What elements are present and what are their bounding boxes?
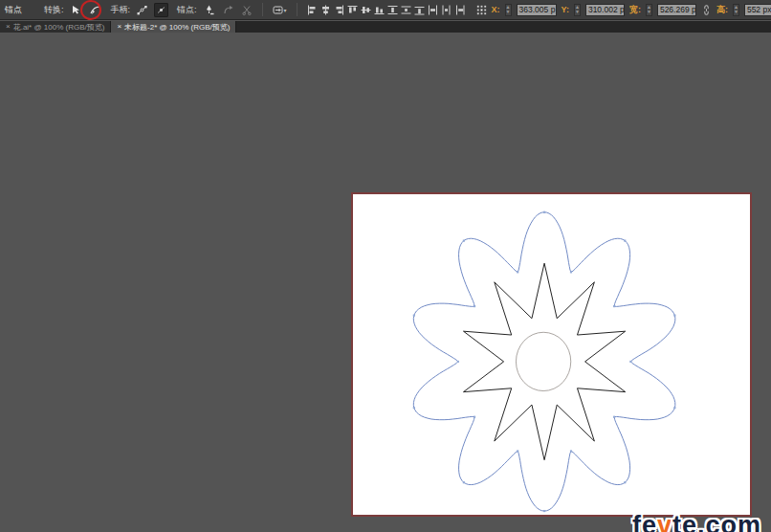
anchor-point[interactable] (543, 211, 545, 213)
distribute-v-center-icon[interactable] (401, 5, 411, 15)
watermark-text: fe (632, 511, 657, 532)
align-left-icon[interactable] (307, 5, 318, 15)
remove-anchor-button[interactable] (202, 3, 216, 17)
connect-path-icon (223, 5, 233, 15)
height-stepper[interactable]: ▲▼ (733, 4, 739, 16)
handles-label: 手柄: (111, 4, 131, 16)
watermark-text: te.com (672, 511, 761, 532)
distribute-right-icon[interactable] (454, 5, 465, 15)
distribute-left-icon[interactable] (428, 5, 438, 15)
width-stepper[interactable]: ▲▼ (646, 4, 652, 16)
stepper-down-icon[interactable]: ▼ (575, 10, 580, 14)
x-input[interactable]: 363.005 p (517, 4, 557, 16)
anchors-label: 锚点: (177, 4, 197, 16)
stepper-down-icon[interactable]: ▼ (734, 10, 738, 14)
y-stepper[interactable]: ▲▼ (574, 4, 581, 16)
width-field-label: 宽: (629, 4, 641, 16)
close-icon[interactable]: × (6, 23, 11, 31)
anchor-point[interactable] (474, 305, 475, 307)
isolate-object-icon (273, 5, 283, 15)
align-buttons (307, 5, 465, 15)
anchor-point[interactable] (463, 481, 465, 483)
artwork-svg[interactable] (353, 194, 750, 515)
artboard[interactable] (351, 192, 752, 517)
align-v-center-icon[interactable] (361, 5, 371, 15)
x-stepper[interactable]: ▲▼ (505, 4, 512, 16)
watermark: fevte.com (632, 511, 761, 532)
hide-handles-button[interactable] (154, 3, 168, 17)
flower-path[interactable] (413, 212, 675, 511)
distribute-top-icon[interactable] (387, 5, 398, 15)
canvas-area[interactable] (0, 33, 771, 532)
hide-handles-icon (156, 5, 166, 15)
anchor-point[interactable] (474, 416, 475, 418)
stepper-down-icon[interactable]: ▼ (647, 10, 651, 14)
isolate-object-button[interactable]: ▾ (271, 3, 289, 17)
control-bar: 锚点 转换: 手柄: 锚点: (0, 0, 771, 20)
anchor-point[interactable] (543, 510, 545, 512)
width-input[interactable]: 526.269 p (657, 4, 696, 16)
smooth-point-icon (90, 5, 100, 15)
anchor-point[interactable] (629, 361, 631, 363)
corner-point-icon (71, 5, 81, 15)
separator (297, 3, 297, 16)
height-field-label: 高: (716, 4, 728, 16)
align-h-center-icon[interactable] (320, 5, 331, 15)
star-path[interactable] (463, 263, 625, 460)
height-input[interactable]: 552 px (744, 4, 771, 16)
tab-label: 未标题-2* @ 100% (RGB/预览) (124, 22, 230, 33)
anchor-point[interactable] (624, 240, 626, 242)
distribute-bottom-icon[interactable] (414, 5, 425, 15)
chevron-down-icon: ▾ (284, 7, 287, 13)
pen-minus-icon (204, 5, 214, 15)
distribute-h-center-icon[interactable] (441, 5, 452, 15)
watermark-accent: v (657, 511, 672, 532)
document-tab-bar: × 花.ai* @ 100% (RGB/预览) × 未标题-2* @ 100% … (0, 21, 771, 33)
anchor-point[interactable] (673, 407, 675, 409)
convert-label: 转换: (44, 4, 64, 16)
document-tab-flower[interactable]: × 花.ai* @ 100% (RGB/预览) (0, 21, 111, 33)
anchor-point[interactable] (624, 481, 626, 483)
anchor-point[interactable] (517, 271, 518, 273)
tab-label: 花.ai* @ 100% (RGB/预览) (13, 22, 105, 33)
anchor-point[interactable] (613, 305, 615, 307)
y-input[interactable]: 310.002 p (585, 4, 625, 16)
stepper-down-icon[interactable]: ▼ (506, 10, 511, 14)
anchor-point[interactable] (457, 361, 459, 363)
anchor-point[interactable] (413, 407, 415, 409)
anchor-point[interactable] (673, 315, 675, 317)
document-tab-untitled2[interactable]: × 未标题-2* @ 100% (RGB/预览) (111, 21, 236, 33)
anchor-point[interactable] (413, 315, 415, 317)
align-right-icon[interactable] (334, 5, 344, 15)
cut-path-button[interactable] (240, 3, 254, 17)
separator (262, 3, 263, 16)
context-label: 锚点 (5, 4, 22, 16)
show-handles-button[interactable] (135, 3, 149, 17)
align-bottom-icon[interactable] (374, 5, 385, 15)
anchor-point[interactable] (613, 416, 615, 418)
anchor-point[interactable] (570, 450, 572, 452)
reference-point-icon[interactable] (476, 5, 487, 15)
y-field-label: Y: (562, 5, 569, 14)
convert-to-smooth-button[interactable] (88, 3, 102, 17)
convert-to-corner-button[interactable] (69, 3, 83, 17)
align-top-icon[interactable] (347, 5, 358, 15)
constrain-proportions-icon[interactable] (701, 5, 712, 15)
anchor-point[interactable] (517, 450, 518, 452)
anchor-point[interactable] (570, 271, 572, 273)
x-field-label: X: (492, 5, 500, 14)
anchor-point[interactable] (463, 240, 465, 242)
close-icon[interactable]: × (117, 23, 121, 31)
connect-endpoints-button[interactable] (221, 3, 235, 17)
center-circle-path[interactable] (516, 332, 570, 390)
cut-path-icon (242, 5, 253, 15)
show-handles-icon (137, 5, 147, 15)
